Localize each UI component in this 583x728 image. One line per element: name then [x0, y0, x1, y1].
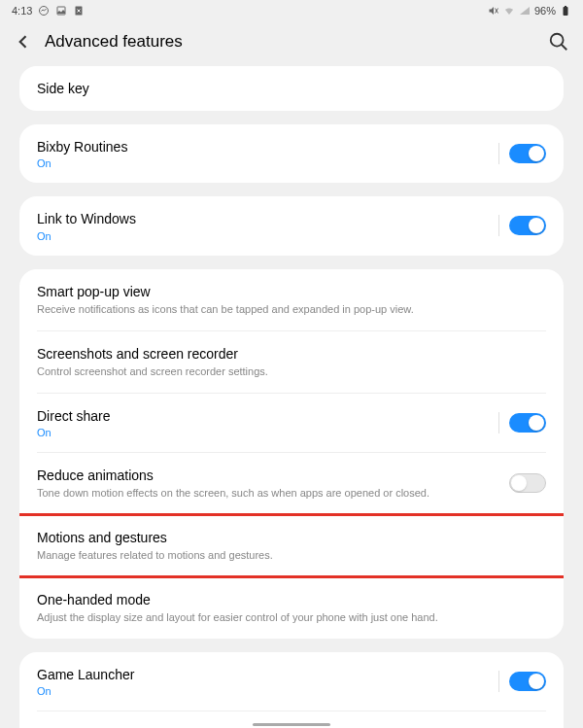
back-button[interactable] — [14, 32, 33, 52]
separator — [498, 215, 499, 236]
row-side-key[interactable]: Side key — [19, 66, 564, 111]
row-subtitle: Control screenshot and screen recorder s… — [37, 364, 546, 379]
header-bar: Advanced features — [0, 21, 583, 66]
settings-content: Side key Bixby Routines On Link to Windo… — [0, 66, 583, 728]
row-status: On — [37, 685, 498, 697]
row-status: On — [37, 427, 498, 438]
battery-percent: 96% — [534, 5, 556, 17]
row-motions-gestures[interactable]: Motions and gestures Manage features rel… — [19, 515, 564, 576]
row-title: Bixby Routines — [37, 138, 498, 156]
card-game-messenger: Game Launcher On Dual Messenger Sign in … — [19, 652, 564, 728]
separator — [498, 671, 499, 692]
battery-icon — [560, 5, 571, 17]
card-link-to-windows: Link to Windows On — [19, 196, 564, 255]
card-view-features: Smart pop-up view Receive notifications … — [19, 269, 564, 639]
row-title: Direct share — [37, 407, 498, 425]
row-subtitle: Adjust the display size and layout for e… — [37, 610, 546, 625]
row-title: Screenshots and screen recorder — [37, 345, 546, 363]
row-title: Link to Windows — [37, 210, 498, 227]
search-button[interactable] — [548, 31, 569, 52]
toggle-game-launcher[interactable] — [509, 672, 546, 691]
row-title: Smart pop-up view — [37, 283, 546, 300]
file-x-icon — [73, 5, 85, 17]
row-screenshots-recorder[interactable]: Screenshots and screen recorder Control … — [19, 331, 564, 393]
row-subtitle: Receive notifications as icons that can … — [37, 302, 546, 317]
row-subtitle: Manage features related to motions and g… — [37, 548, 546, 563]
row-title: Motions and gestures — [37, 529, 546, 546]
row-reduce-animations[interactable]: Reduce animations Tone down motion effec… — [19, 453, 564, 514]
wifi-icon — [503, 5, 515, 17]
row-link-to-windows[interactable]: Link to Windows On — [19, 196, 564, 255]
card-side-key: Side key — [19, 66, 564, 111]
row-status: On — [37, 230, 498, 242]
card-bixby-routines: Bixby Routines On — [19, 124, 564, 183]
scroll-indicator — [253, 723, 330, 726]
row-game-launcher[interactable]: Game Launcher On — [19, 652, 564, 711]
row-title: Game Launcher — [37, 666, 498, 683]
row-title: Side key — [37, 80, 546, 97]
row-status: On — [37, 157, 498, 169]
row-direct-share[interactable]: Direct share On — [19, 394, 564, 452]
page-title: Advanced features — [45, 32, 536, 52]
svg-rect-4 — [565, 6, 566, 7]
svg-rect-3 — [564, 7, 568, 16]
toggle-link-to-windows[interactable] — [509, 216, 546, 235]
row-subtitle: Tone down motion effects on the screen, … — [37, 486, 509, 501]
row-title: One-handed mode — [37, 591, 546, 608]
row-one-handed-mode[interactable]: One-handed mode Adjust the display size … — [19, 577, 564, 639]
row-title: Reduce animations — [37, 467, 509, 484]
row-smart-popup-view[interactable]: Smart pop-up view Receive notifications … — [19, 269, 564, 330]
messenger-icon — [38, 5, 50, 17]
svg-point-5 — [551, 34, 564, 47]
separator — [498, 412, 499, 433]
row-bixby-routines[interactable]: Bixby Routines On — [19, 124, 564, 183]
separator — [498, 143, 499, 164]
mute-icon — [488, 5, 499, 17]
toggle-direct-share[interactable] — [509, 413, 546, 433]
signal-icon — [519, 5, 531, 17]
toggle-reduce-animations[interactable] — [509, 473, 546, 493]
status-bar: 4:13 96% — [0, 0, 583, 21]
image-icon — [55, 5, 67, 17]
status-time: 4:13 — [12, 5, 32, 17]
toggle-bixby-routines[interactable] — [509, 144, 546, 163]
